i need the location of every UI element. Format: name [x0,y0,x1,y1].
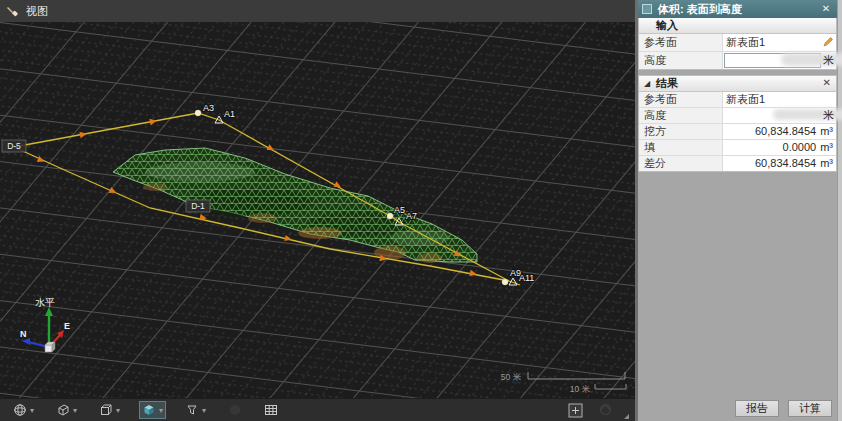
unit-label: m³ [820,124,833,138]
point-label: A11 [519,273,534,283]
station-label: D-5 [7,141,21,151]
row-label: 参考面 [639,92,723,107]
row-label: 高度 [639,108,723,123]
unit-label: 米 [823,108,834,122]
table-row: 参考面 新表面1 [639,34,836,52]
row-label: 高度 [639,52,723,69]
edit-pencil-icon[interactable] [822,36,834,52]
3d-viewport[interactable]: A3 A1 A5 A7 A9 A11 D-5 D-1 水平 E N [0,22,635,398]
chevron-down-icon[interactable]: ▾ [116,406,120,415]
point-label: A5 [394,205,405,215]
station-label: D-1 [191,201,205,211]
scale-major-label: 50 米 [501,372,522,382]
chevron-down-icon[interactable]: ▾ [30,406,34,415]
point-marker[interactable] [387,213,393,219]
difference-volume-cell: 60,834.8454m³ [723,156,836,171]
table-row: 高度 米 [639,108,836,124]
calculate-button[interactable]: 计算 [788,400,832,417]
prism-view-button[interactable]: ▾ [53,401,80,419]
point-marker[interactable] [502,279,508,285]
axis-up-label: 水平 [35,297,55,308]
axis-east-label: E [64,321,70,331]
add-viewport-button[interactable] [568,403,583,421]
chevron-down-icon[interactable]: ▾ [202,406,206,415]
view-tab-label[interactable]: 视图 [26,4,48,19]
input-section: 输入 参考面 新表面1 高度 米 [638,18,837,70]
result-close-icon[interactable]: ✕ [823,77,831,88]
chevron-down-icon[interactable]: ▾ [73,406,77,415]
table-row: 高度 米 [639,52,836,69]
point-marker[interactable] [195,110,201,116]
panel-button-bar: 报告 计算 [735,400,832,417]
volume-panel: 体积: 表面到高度 ✕ 输入 参考面 新表面1 高度 [638,0,837,421]
cut-volume-cell: 60,834.8454m³ [723,124,836,139]
view-tab-icon [6,4,20,18]
unit-label: m³ [820,140,833,154]
row-value: 新表面1 [726,93,765,105]
row-value: 60,834.8454 [755,157,816,169]
scale-minor-label: 10 米 [570,384,591,394]
rotate-view-icon[interactable] [598,402,613,417]
app-window: { "colors": { "accent_teal": "#44707a", … [0,0,842,421]
row-value-cell: 新表面1 [723,92,836,107]
viewport-toolbar: ▾ ▾ ▾ ▾ [0,398,635,421]
row-value: 60,834.8454 [755,125,816,137]
panel-title-bar[interactable]: 体积: 表面到高度 ✕ [638,0,837,18]
table-row: 差分 60,834.8454m³ [639,156,836,171]
box-shaded-button[interactable]: ▾ [139,401,166,419]
viewport-pane: 视图 [0,0,635,421]
row-value: 新表面1 [726,36,765,48]
filter-button[interactable]: ▾ [182,401,209,419]
row-value: 0.0000 [783,141,817,153]
grid-toggle-button[interactable] [261,401,281,419]
expander-icon[interactable]: ◢ [644,79,650,88]
table-row: 挖方 60,834.8454m³ [639,124,836,140]
pan-button[interactable] [225,401,245,419]
reference-surface-value[interactable]: 新表面1 [723,34,836,51]
axis-north-label: N [20,329,27,339]
height-input-cell: 米 [723,52,836,69]
point-label: A1 [224,109,235,119]
fill-volume-cell: 0.0000m³ [723,140,836,155]
row-label: 挖方 [639,124,723,139]
unit-label: m³ [820,156,833,170]
result-header-label: 结果 [656,76,678,91]
chevron-down-icon[interactable]: ▾ [159,406,163,415]
point-label: A7 [406,211,417,221]
point-label: A3 [203,103,214,113]
box-wireframe-button[interactable]: ▾ [96,401,123,419]
input-section-header[interactable]: 输入 [639,18,836,34]
table-row: 参考面 新表面1 [639,92,836,108]
orbit-view-button[interactable]: ▾ [10,401,37,419]
row-value-cell: 米 [723,108,836,123]
panel-title: 体积: 表面到高度 [658,3,742,15]
close-icon[interactable]: ✕ [819,0,833,18]
row-label: 参考面 [639,34,723,51]
unit-label: 米 [823,52,834,68]
report-button[interactable]: 报告 [735,400,779,417]
row-label: 差分 [639,156,723,171]
table-row: 填 0.0000m³ [639,140,836,156]
input-header-label: 输入 [656,18,678,33]
row-label: 填 [639,140,723,155]
result-section-header[interactable]: ◢ 结果 ✕ [639,76,836,92]
resize-corner-icon[interactable] [624,414,629,419]
viewport-tab-bar: 视图 [0,0,635,23]
dialog-icon [642,4,652,14]
result-section: ◢ 结果 ✕ 参考面 新表面1 高度 米 挖方 60,834.8454m³ 填 [638,75,837,172]
